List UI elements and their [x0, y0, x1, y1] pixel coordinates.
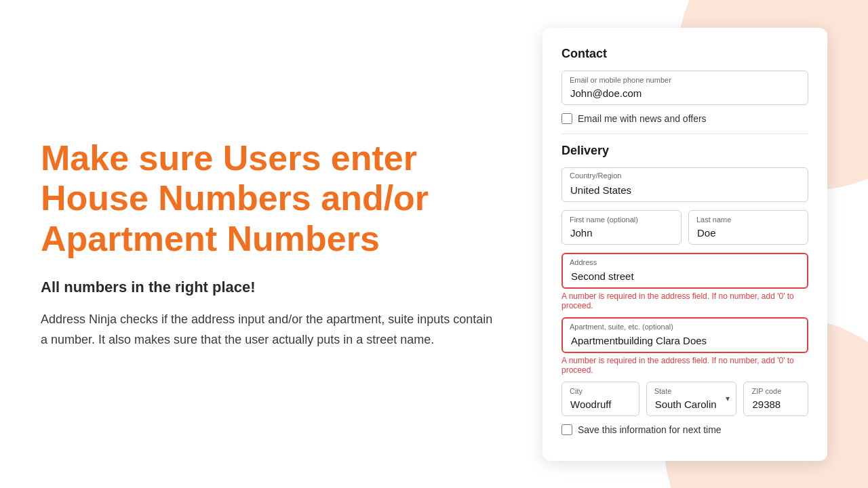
- email-checkbox-row: Email me with news and offers: [561, 113, 808, 124]
- first-name-input[interactable]: [561, 210, 682, 245]
- last-name-group: Last name: [688, 210, 808, 245]
- country-group: Country/Region: [561, 167, 808, 202]
- last-name-input[interactable]: [688, 210, 808, 245]
- contact-section-title: Contact: [561, 47, 808, 61]
- email-group: Email or mobile phone number: [561, 70, 808, 105]
- city-group: City: [561, 382, 639, 416]
- address-input[interactable]: [561, 253, 808, 289]
- delivery-section-title: Delivery: [561, 144, 808, 158]
- description-text: Address Ninja checks if the address inpu…: [41, 310, 502, 350]
- email-offers-checkbox[interactable]: [561, 113, 572, 124]
- sub-heading: All numbers in the right place!: [41, 279, 502, 296]
- state-group: State South Carolina: [646, 382, 737, 416]
- apt-input[interactable]: [561, 317, 808, 353]
- zip-input[interactable]: [743, 382, 808, 416]
- state-select[interactable]: South Carolina: [646, 382, 737, 416]
- save-info-checkbox[interactable]: [561, 424, 572, 435]
- email-input[interactable]: [561, 70, 808, 105]
- city-input[interactable]: [561, 382, 639, 416]
- city-state-zip-row: City State South Carolina ZIP code: [561, 382, 808, 416]
- save-info-label: Save this information for next time: [578, 424, 722, 435]
- name-row: First name (optional) Last name: [561, 210, 808, 245]
- address-group: Address: [561, 253, 808, 289]
- main-heading: Make sure Users enter House Numbers and/…: [41, 138, 502, 260]
- left-panel: Make sure Users enter House Numbers and/…: [41, 138, 542, 350]
- apt-group: Apartment, suite, etc. (optional): [561, 317, 808, 353]
- zip-group: ZIP code: [743, 382, 808, 416]
- apt-error-message: A number is required in the address fiel…: [561, 356, 808, 375]
- country-input[interactable]: [561, 167, 808, 202]
- save-info-row: Save this information for next time: [561, 424, 808, 435]
- first-name-group: First name (optional): [561, 210, 682, 245]
- address-error-message: A number is required in the address fiel…: [561, 291, 808, 310]
- email-offers-label: Email me with news and offers: [578, 113, 707, 124]
- section-divider: [561, 134, 808, 134]
- checkout-form-card: Contact Email or mobile phone number Ema…: [542, 28, 827, 461]
